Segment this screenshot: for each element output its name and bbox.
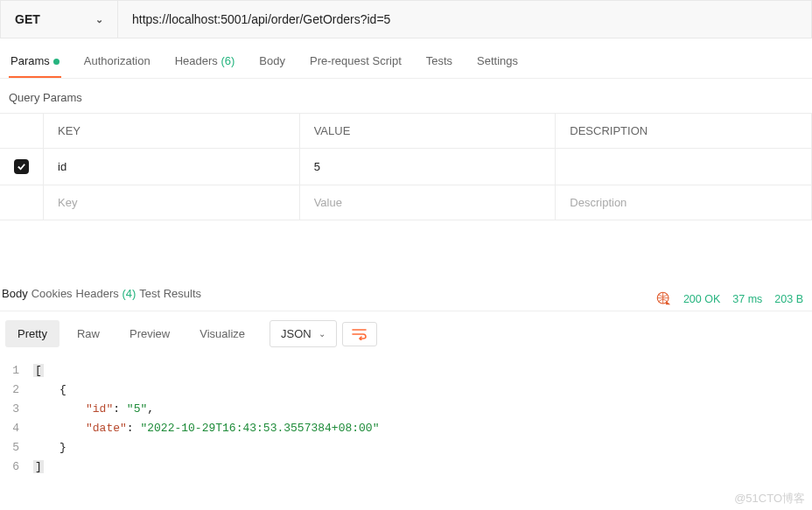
line-number: 2 [0, 381, 33, 400]
view-preview[interactable]: Preview [117, 320, 182, 347]
dot-indicator-icon [53, 59, 60, 65]
tab-params[interactable]: Params [9, 54, 61, 78]
tab-body[interactable]: Body [257, 54, 287, 78]
col-checkbox [0, 114, 44, 149]
tab-tests[interactable]: Tests [424, 54, 454, 78]
query-params-table: KEY VALUE DESCRIPTION [0, 113, 812, 220]
param-value-input[interactable] [314, 160, 542, 173]
response-body[interactable]: 1[ 2{ 3"id": "5", 4"date": "2022-10-29T1… [0, 356, 812, 477]
http-method-label: GET [15, 12, 40, 26]
tab-resp-tests[interactable]: Test Results [137, 287, 203, 311]
param-desc-input[interactable] [570, 160, 797, 173]
view-raw[interactable]: Raw [65, 320, 112, 347]
response-meta: 200 OK 37 ms 203 B [656, 291, 803, 306]
tab-resp-headers[interactable]: Headers (4) [74, 287, 138, 311]
param-desc-input[interactable] [570, 196, 797, 209]
status-code: 200 OK [683, 293, 720, 305]
format-select[interactable]: JSON ⌄ [270, 320, 337, 347]
tab-resp-cookies[interactable]: Cookies [30, 287, 74, 311]
tab-settings[interactable]: Settings [475, 54, 520, 78]
table-row [0, 185, 812, 220]
watermark: @51CTO博客 [734, 491, 805, 507]
response-time: 37 ms [732, 293, 762, 305]
param-key-input[interactable] [58, 196, 285, 209]
col-key: KEY [44, 114, 300, 149]
line-number: 5 [0, 438, 33, 458]
view-pretty[interactable]: Pretty [5, 320, 60, 347]
tab-headers[interactable]: Headers (6) [173, 54, 237, 78]
line-number: 3 [0, 400, 33, 419]
param-key-input[interactable] [58, 160, 285, 173]
row-checkbox[interactable] [14, 159, 29, 174]
col-desc: DESCRIPTION [556, 114, 812, 149]
col-value: VALUE [299, 114, 556, 149]
tab-authorization[interactable]: Authorization [82, 54, 152, 78]
globe-warning-icon [656, 291, 671, 306]
response-tabs: Body Cookies Headers (4) Test Results 20… [0, 273, 812, 311]
view-visualize[interactable]: Visualize [187, 320, 257, 347]
tab-prerequest[interactable]: Pre-request Script [308, 54, 403, 78]
response-size: 203 B [774, 293, 803, 305]
url-bar: GET ⌄ [0, 0, 812, 38]
chevron-down-icon: ⌄ [318, 329, 326, 339]
wrap-icon [352, 328, 368, 340]
query-params-title: Query Params [0, 79, 812, 113]
request-tabs: Params Authorization Headers (6) Body Pr… [0, 38, 812, 79]
line-number: 1 [0, 361, 33, 381]
response-view-bar: Pretty Raw Preview Visualize JSON ⌄ [0, 311, 812, 356]
chevron-down-icon: ⌄ [95, 14, 103, 25]
url-input[interactable] [118, 12, 811, 26]
table-row [0, 149, 812, 185]
param-value-input[interactable] [314, 196, 542, 209]
line-number: 4 [0, 419, 33, 438]
tab-resp-body[interactable]: Body [0, 287, 30, 311]
http-method-select[interactable]: GET ⌄ [1, 1, 118, 38]
check-icon [17, 162, 26, 171]
line-number: 6 [0, 458, 33, 477]
wrap-lines-button[interactable] [342, 322, 377, 346]
